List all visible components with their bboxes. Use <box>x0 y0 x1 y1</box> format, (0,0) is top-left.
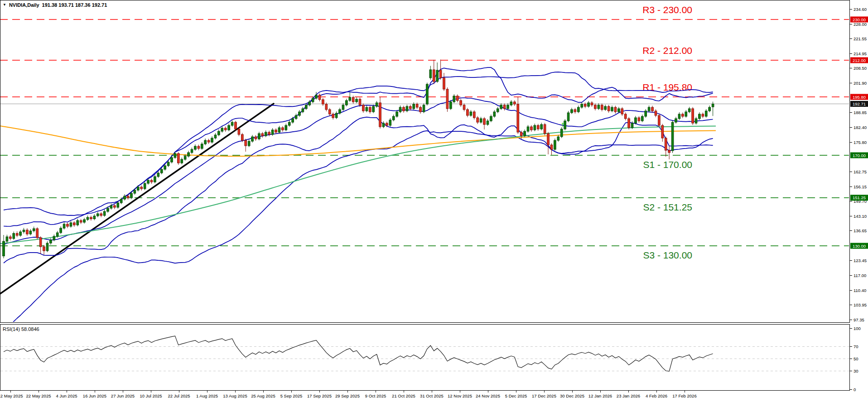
date-label: 27 Jun 2025 <box>111 393 135 398</box>
candle-body <box>490 116 492 121</box>
candle-body <box>322 100 324 104</box>
candle-body <box>665 138 667 150</box>
candle-body <box>544 124 546 134</box>
candle-body <box>16 234 18 236</box>
candle-body <box>588 103 590 106</box>
candle-body <box>218 131 220 135</box>
rsi-curve <box>4 336 713 371</box>
candle-body <box>379 103 381 127</box>
candle-body <box>137 187 140 190</box>
candle-body <box>614 107 617 112</box>
chart-canvas[interactable]: R3 - 230.00R2 - 212.00R1 - 195.80S1 - 17… <box>0 0 868 402</box>
candle-body <box>160 169 163 173</box>
candle-body <box>352 97 354 102</box>
candle-body <box>194 146 197 149</box>
candle-body <box>641 116 644 121</box>
candle-body <box>611 107 613 111</box>
candle-body <box>23 230 25 232</box>
level-label-s1: S1 - 170.00 <box>643 159 692 170</box>
candle-body <box>420 107 422 112</box>
time-axis[interactable]: 12 May 202522 May 20254 Jun 202516 Jun 2… <box>0 390 849 402</box>
candle-body <box>520 132 522 136</box>
candle-body <box>325 104 328 110</box>
candle-body <box>621 109 623 114</box>
price-axis[interactable]: 234.60228.00221.55214.95208.50201.90188.… <box>849 0 868 392</box>
candle-body <box>235 122 237 129</box>
candle-body <box>389 120 391 125</box>
candle-body <box>356 99 358 102</box>
axis-badge-s2: 151.25 <box>853 195 866 200</box>
rsi-tick-label: 100 <box>854 326 861 331</box>
candle-body <box>366 107 368 111</box>
candle-body <box>93 216 96 219</box>
candle-body <box>685 112 687 116</box>
date-label: 24 Nov 2025 <box>476 393 500 398</box>
candle-body <box>658 115 661 125</box>
axis-badge-r1: 195.80 <box>853 95 866 100</box>
bb-slow-upper-line <box>4 72 713 215</box>
main-plot-area: R3 - 230.00R2 - 212.00R1 - 195.80S1 - 17… <box>0 5 849 331</box>
candle-body <box>224 128 227 130</box>
price-tick-label: 156.15 <box>854 184 867 189</box>
date-label: 10 Jul 2025 <box>140 393 162 398</box>
candle-body <box>399 107 401 112</box>
candle-body <box>164 166 166 169</box>
candle-body <box>517 104 519 132</box>
candle-body <box>631 123 633 128</box>
date-label: 4 Jun 2025 <box>56 393 77 398</box>
candle-body <box>73 223 76 225</box>
candle-body <box>318 95 321 100</box>
candle-body <box>305 105 308 109</box>
candle-body <box>50 240 52 243</box>
candle-body <box>638 118 640 121</box>
candle-body <box>228 125 230 130</box>
candle-body <box>144 183 146 189</box>
rsi-panel-frame <box>0 325 850 391</box>
candle-body <box>530 127 533 130</box>
level-label-r3: R3 - 230.00 <box>642 5 692 15</box>
price-tick-label: 97.35 <box>854 317 864 322</box>
candle-body <box>315 95 318 98</box>
candle-body <box>628 119 630 128</box>
level-label-r2: R2 - 212.00 <box>642 45 692 56</box>
candle-body <box>201 144 203 148</box>
candle-body <box>618 109 620 112</box>
candle-body <box>426 84 429 104</box>
candle-body <box>396 112 398 116</box>
candle-body <box>275 130 277 132</box>
candle-body <box>699 114 701 119</box>
price-tick-label: 214.95 <box>854 51 867 56</box>
candle-body <box>174 153 176 158</box>
candle-body <box>120 199 122 203</box>
date-label: 21 Oct 2025 <box>392 393 415 398</box>
object-marker-icon[interactable]: † <box>561 121 564 128</box>
candle-body <box>268 132 270 134</box>
level-label-s2: S2 - 151.25 <box>643 202 692 212</box>
candle-body <box>682 114 684 116</box>
candle-body <box>278 128 280 132</box>
price-tick-label: 208.50 <box>854 66 867 71</box>
candle-body <box>295 115 297 119</box>
candle-body <box>26 230 29 234</box>
candle-body <box>429 70 432 78</box>
candle-body <box>150 180 153 182</box>
candle-body <box>110 206 112 208</box>
date-label: 5 Dec 2025 <box>505 393 527 398</box>
symbol-dropdown-icon[interactable]: ▼ <box>3 3 6 7</box>
candle-body <box>537 125 539 129</box>
candle-body <box>510 102 512 105</box>
candle-body <box>198 146 200 148</box>
price-tick-label: 117.00 <box>854 273 866 278</box>
candle-body <box>107 208 109 211</box>
date-label: 12 May 2025 <box>0 393 23 398</box>
candle-body <box>557 137 559 140</box>
date-label: 31 Oct 2025 <box>420 393 444 398</box>
candle-body <box>695 119 697 123</box>
trendline[interactable] <box>0 104 274 294</box>
candle-body <box>645 111 647 116</box>
candle-body <box>231 122 233 125</box>
candle-body <box>413 104 415 109</box>
date-label: 29 Sep 2025 <box>335 393 360 398</box>
candle-body <box>712 104 714 107</box>
candle-body <box>463 105 465 110</box>
